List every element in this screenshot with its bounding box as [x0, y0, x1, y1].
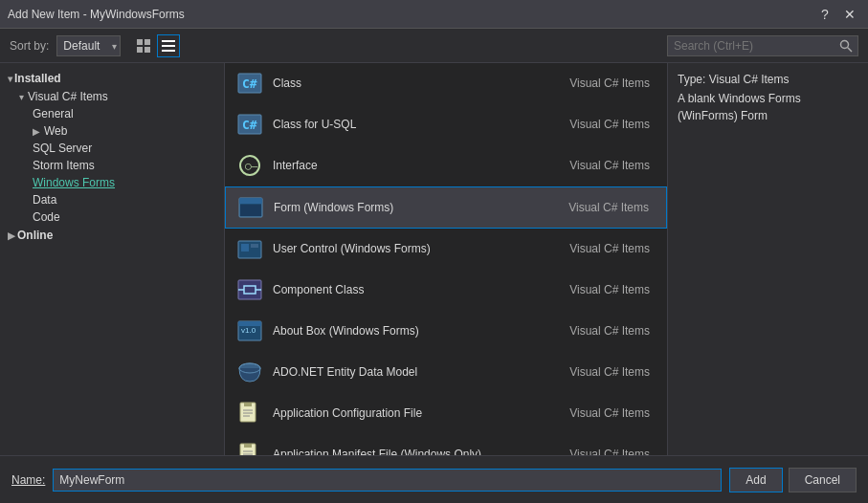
sort-label: Sort by:: [10, 39, 49, 53]
cancel-button[interactable]: Cancel: [789, 468, 857, 492]
ado-icon: [234, 357, 265, 387]
manifest-icon: [234, 439, 265, 455]
list-item[interactable]: Application Manifest File (Windows Only)…: [225, 434, 667, 455]
svg-rect-31: [244, 403, 252, 406]
visual-csharp-items-header[interactable]: ▾ Visual C# Items: [0, 88, 224, 105]
list-item[interactable]: ADO.NET Entity Data Model Visual C# Item…: [225, 352, 667, 393]
online-header[interactable]: ▶ Online: [0, 226, 224, 245]
svg-rect-6: [162, 50, 175, 52]
item-name: Component Class: [273, 283, 562, 296]
svg-text:○—: ○—: [245, 160, 258, 172]
list-item[interactable]: C# Class Visual C# Items: [225, 63, 667, 104]
item-category: Visual C# Items: [569, 448, 650, 455]
svg-rect-0: [137, 39, 143, 45]
item-name: Class for U-SQL: [273, 118, 562, 131]
sql-server-item[interactable]: SQL Server: [0, 140, 224, 157]
windows-forms-item[interactable]: Windows Forms: [0, 174, 224, 191]
search-box: [667, 35, 858, 56]
svg-rect-3: [145, 47, 150, 53]
svg-rect-1: [145, 39, 150, 45]
installed-header[interactable]: ▾ Installed: [0, 69, 224, 88]
item-category: Visual C# Items: [568, 201, 649, 214]
type-description: A blank Windows Forms (WinForms) Form: [678, 90, 858, 124]
storm-items-item[interactable]: Storm Items: [0, 157, 224, 174]
class-usql-icon: C#: [234, 109, 265, 140]
item-category: Visual C# Items: [569, 118, 650, 131]
search-icon-button[interactable]: [835, 35, 857, 56]
svg-rect-17: [240, 205, 261, 216]
svg-text:C#: C#: [242, 118, 257, 132]
item-name: About Box (Windows Forms): [273, 324, 562, 338]
bottom-bar: Name: Add Cancel: [0, 455, 868, 503]
svg-rect-20: [251, 244, 258, 248]
usercontrol-icon: [234, 233, 265, 264]
svg-text:v1.0: v1.0: [241, 326, 256, 335]
svg-rect-19: [241, 244, 249, 252]
left-panel: ▾ Installed ▾ Visual C# Items General ▶ …: [0, 63, 225, 455]
general-item[interactable]: General: [0, 105, 224, 122]
svg-point-7: [841, 40, 849, 48]
list-item[interactable]: C# Class for U-SQL Visual C# Items: [225, 104, 667, 145]
form-icon: [235, 192, 266, 223]
item-name: Class: [273, 77, 562, 90]
help-button[interactable]: ?: [814, 4, 835, 25]
online-label: Online: [17, 229, 53, 242]
list-item-selected[interactable]: Form (Windows Forms) Visual C# Items: [225, 186, 667, 229]
visual-csharp-label: Visual C# Items: [28, 90, 108, 103]
svg-rect-16: [239, 198, 262, 204]
item-name: Form (Windows Forms): [274, 201, 561, 214]
aboutbox-icon: v1.0: [234, 316, 265, 346]
item-name: User Control (Windows Forms): [273, 242, 562, 255]
item-category: Visual C# Items: [569, 77, 650, 90]
item-category: Visual C# Items: [569, 406, 650, 420]
installed-label: Installed: [14, 72, 61, 85]
svg-rect-5: [162, 45, 175, 47]
list-item[interactable]: Application Configuration File Visual C#…: [225, 393, 667, 434]
web-item[interactable]: ▶ Web: [0, 122, 224, 140]
title-bar: Add New Item - MyWindowsForms ? ✕: [0, 0, 868, 29]
list-item[interactable]: v1.0 About Box (Windows Forms) Visual C#…: [225, 311, 667, 352]
code-item[interactable]: Code: [0, 208, 224, 226]
item-name: ADO.NET Entity Data Model: [273, 365, 562, 379]
item-name: Application Manifest File (Windows Only): [273, 448, 562, 455]
online-chevron: ▶: [8, 230, 15, 241]
view-buttons: [132, 34, 180, 57]
items-list: C# Class Visual C# Items C# Class for U-…: [225, 63, 667, 455]
interface-icon: ○—: [234, 150, 265, 181]
svg-rect-2: [137, 47, 143, 53]
sort-select-wrap: Default Name: [56, 35, 121, 56]
item-name: Application Configuration File: [273, 406, 562, 420]
item-category: Visual C# Items: [569, 365, 650, 379]
bottom-buttons: Add Cancel: [729, 468, 857, 492]
dialog-body: Sort by: Default Name: [0, 29, 868, 503]
item-name: Interface: [273, 159, 562, 172]
svg-line-8: [848, 47, 852, 51]
item-category: Visual C# Items: [569, 242, 650, 255]
svg-text:C#: C#: [242, 77, 257, 91]
add-button[interactable]: Add: [729, 468, 782, 492]
data-item[interactable]: Data: [0, 191, 224, 208]
list-view-button[interactable]: [157, 34, 180, 57]
search-input[interactable]: [668, 39, 835, 53]
item-category: Visual C# Items: [569, 324, 650, 338]
class-icon: C#: [234, 68, 265, 98]
dialog-title: Add New Item - MyWindowsForms: [8, 8, 185, 21]
name-label: Name:: [11, 473, 45, 487]
item-category: Visual C# Items: [569, 159, 650, 172]
right-panel: Type: Visual C# Items A blank Windows Fo…: [667, 63, 868, 455]
list-item[interactable]: User Control (Windows Forms) Visual C# I…: [225, 229, 667, 270]
installed-chevron: ▾: [8, 74, 12, 84]
component-icon: [234, 274, 265, 305]
title-bar-controls: ? ✕: [814, 4, 860, 25]
grid-view-button[interactable]: [132, 34, 155, 57]
toolbar: Sort by: Default Name: [0, 29, 868, 63]
sort-select[interactable]: Default Name: [56, 35, 121, 56]
list-item[interactable]: ○— Interface Visual C# Items: [225, 145, 667, 186]
svg-rect-4: [162, 40, 175, 42]
item-category: Visual C# Items: [569, 283, 650, 296]
list-item[interactable]: Component Class Visual C# Items: [225, 270, 667, 311]
name-input[interactable]: [53, 469, 722, 492]
close-button[interactable]: ✕: [839, 4, 860, 25]
config-icon: [234, 398, 265, 428]
svg-rect-36: [244, 444, 252, 448]
